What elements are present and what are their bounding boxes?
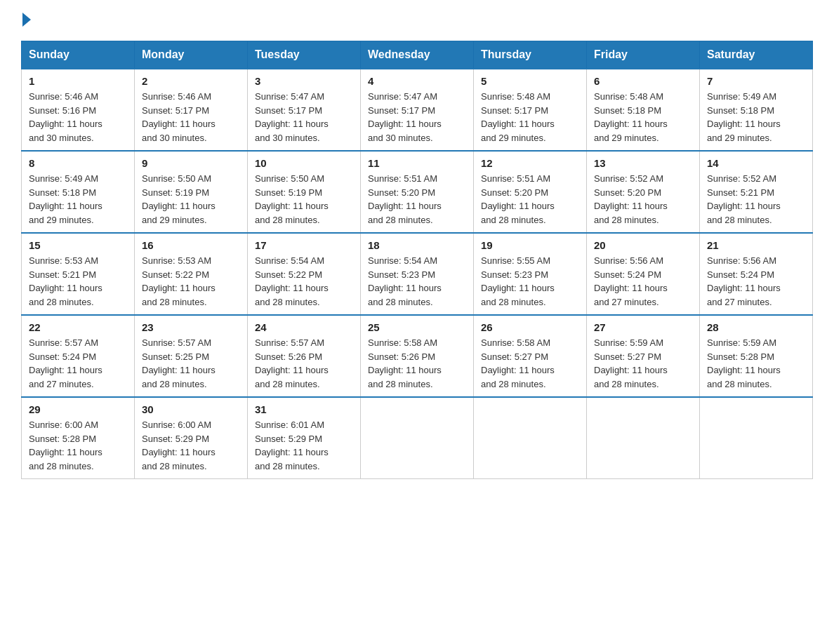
day-info: Sunrise: 6:00 AMSunset: 5:28 PMDaylight:…	[29, 418, 127, 473]
calendar-cell: 17 Sunrise: 5:54 AMSunset: 5:22 PMDaylig…	[248, 233, 361, 315]
day-info: Sunrise: 5:49 AMSunset: 5:18 PMDaylight:…	[707, 90, 805, 145]
calendar-cell: 5 Sunrise: 5:48 AMSunset: 5:17 PMDayligh…	[474, 69, 587, 151]
calendar-cell: 25 Sunrise: 5:58 AMSunset: 5:26 PMDaylig…	[361, 315, 474, 397]
day-info: Sunrise: 5:53 AMSunset: 5:22 PMDaylight:…	[142, 254, 240, 309]
day-number: 23	[142, 321, 240, 333]
day-info: Sunrise: 5:56 AMSunset: 5:24 PMDaylight:…	[594, 254, 692, 309]
day-info: Sunrise: 5:53 AMSunset: 5:21 PMDaylight:…	[29, 254, 127, 309]
day-number: 30	[142, 403, 240, 415]
calendar-cell: 30 Sunrise: 6:00 AMSunset: 5:29 PMDaylig…	[135, 397, 248, 479]
day-info: Sunrise: 5:57 AMSunset: 5:25 PMDaylight:…	[142, 336, 240, 391]
calendar-week-row: 8 Sunrise: 5:49 AMSunset: 5:18 PMDayligh…	[22, 151, 813, 233]
calendar-cell: 12 Sunrise: 5:51 AMSunset: 5:20 PMDaylig…	[474, 151, 587, 233]
calendar-cell: 27 Sunrise: 5:59 AMSunset: 5:27 PMDaylig…	[587, 315, 700, 397]
calendar-cell: 28 Sunrise: 5:59 AMSunset: 5:28 PMDaylig…	[700, 315, 813, 397]
day-info: Sunrise: 5:59 AMSunset: 5:27 PMDaylight:…	[594, 336, 692, 391]
day-number: 26	[481, 321, 579, 333]
calendar-cell: 26 Sunrise: 5:58 AMSunset: 5:27 PMDaylig…	[474, 315, 587, 397]
day-info: Sunrise: 5:54 AMSunset: 5:23 PMDaylight:…	[368, 254, 466, 309]
day-info: Sunrise: 5:57 AMSunset: 5:26 PMDaylight:…	[255, 336, 353, 391]
day-number: 6	[594, 75, 692, 87]
day-number: 10	[255, 157, 353, 169]
day-info: Sunrise: 5:49 AMSunset: 5:18 PMDaylight:…	[29, 172, 127, 227]
day-number: 28	[707, 321, 805, 333]
calendar-cell: 23 Sunrise: 5:57 AMSunset: 5:25 PMDaylig…	[135, 315, 248, 397]
calendar-cell: 9 Sunrise: 5:50 AMSunset: 5:19 PMDayligh…	[135, 151, 248, 233]
day-info: Sunrise: 5:52 AMSunset: 5:20 PMDaylight:…	[594, 172, 692, 227]
weekday-header-saturday: Saturday	[700, 41, 813, 69]
day-number: 9	[142, 157, 240, 169]
calendar-cell: 8 Sunrise: 5:49 AMSunset: 5:18 PMDayligh…	[22, 151, 135, 233]
day-info: Sunrise: 5:56 AMSunset: 5:24 PMDaylight:…	[707, 254, 805, 309]
day-number: 5	[481, 75, 579, 87]
day-info: Sunrise: 6:00 AMSunset: 5:29 PMDaylight:…	[142, 418, 240, 473]
day-number: 27	[594, 321, 692, 333]
calendar-cell	[700, 397, 813, 479]
day-info: Sunrise: 5:59 AMSunset: 5:28 PMDaylight:…	[707, 336, 805, 391]
day-info: Sunrise: 5:57 AMSunset: 5:24 PMDaylight:…	[29, 336, 127, 391]
calendar-cell: 11 Sunrise: 5:51 AMSunset: 5:20 PMDaylig…	[361, 151, 474, 233]
day-number: 16	[142, 239, 240, 251]
day-info: Sunrise: 5:52 AMSunset: 5:21 PMDaylight:…	[707, 172, 805, 227]
calendar-table: SundayMondayTuesdayWednesdayThursdayFrid…	[21, 41, 813, 479]
calendar-cell: 31 Sunrise: 6:01 AMSunset: 5:29 PMDaylig…	[248, 397, 361, 479]
day-info: Sunrise: 5:47 AMSunset: 5:17 PMDaylight:…	[255, 90, 353, 145]
day-number: 15	[29, 239, 127, 251]
day-info: Sunrise: 5:46 AMSunset: 5:16 PMDaylight:…	[29, 90, 127, 145]
calendar-cell: 6 Sunrise: 5:48 AMSunset: 5:18 PMDayligh…	[587, 69, 700, 151]
day-number: 18	[368, 239, 466, 251]
page-header	[21, 14, 813, 27]
calendar-week-row: 15 Sunrise: 5:53 AMSunset: 5:21 PMDaylig…	[22, 233, 813, 315]
day-info: Sunrise: 5:46 AMSunset: 5:17 PMDaylight:…	[142, 90, 240, 145]
day-number: 12	[481, 157, 579, 169]
calendar-cell: 24 Sunrise: 5:57 AMSunset: 5:26 PMDaylig…	[248, 315, 361, 397]
calendar-week-row: 1 Sunrise: 5:46 AMSunset: 5:16 PMDayligh…	[22, 69, 813, 151]
calendar-cell: 2 Sunrise: 5:46 AMSunset: 5:17 PMDayligh…	[135, 69, 248, 151]
day-info: Sunrise: 5:48 AMSunset: 5:18 PMDaylight:…	[594, 90, 692, 145]
weekday-header-thursday: Thursday	[474, 41, 587, 69]
calendar-cell: 20 Sunrise: 5:56 AMSunset: 5:24 PMDaylig…	[587, 233, 700, 315]
day-number: 7	[707, 75, 805, 87]
day-number: 22	[29, 321, 127, 333]
calendar-cell: 21 Sunrise: 5:56 AMSunset: 5:24 PMDaylig…	[700, 233, 813, 315]
calendar-cell: 3 Sunrise: 5:47 AMSunset: 5:17 PMDayligh…	[248, 69, 361, 151]
day-info: Sunrise: 5:50 AMSunset: 5:19 PMDaylight:…	[142, 172, 240, 227]
calendar-header-row: SundayMondayTuesdayWednesdayThursdayFrid…	[22, 41, 813, 69]
day-number: 24	[255, 321, 353, 333]
day-number: 13	[594, 157, 692, 169]
day-number: 14	[707, 157, 805, 169]
day-number: 25	[368, 321, 466, 333]
day-info: Sunrise: 5:55 AMSunset: 5:23 PMDaylight:…	[481, 254, 579, 309]
calendar-cell: 15 Sunrise: 5:53 AMSunset: 5:21 PMDaylig…	[22, 233, 135, 315]
calendar-week-row: 22 Sunrise: 5:57 AMSunset: 5:24 PMDaylig…	[22, 315, 813, 397]
day-info: Sunrise: 5:58 AMSunset: 5:27 PMDaylight:…	[481, 336, 579, 391]
calendar-cell	[474, 397, 587, 479]
calendar-cell: 4 Sunrise: 5:47 AMSunset: 5:17 PMDayligh…	[361, 69, 474, 151]
day-number: 29	[29, 403, 127, 415]
calendar-cell: 1 Sunrise: 5:46 AMSunset: 5:16 PMDayligh…	[22, 69, 135, 151]
weekday-header-monday: Monday	[135, 41, 248, 69]
weekday-header-friday: Friday	[587, 41, 700, 69]
calendar-cell: 13 Sunrise: 5:52 AMSunset: 5:20 PMDaylig…	[587, 151, 700, 233]
calendar-cell: 16 Sunrise: 5:53 AMSunset: 5:22 PMDaylig…	[135, 233, 248, 315]
calendar-cell	[361, 397, 474, 479]
logo-arrow-icon	[22, 13, 31, 27]
calendar-cell: 7 Sunrise: 5:49 AMSunset: 5:18 PMDayligh…	[700, 69, 813, 151]
weekday-header-tuesday: Tuesday	[248, 41, 361, 69]
day-info: Sunrise: 5:47 AMSunset: 5:17 PMDaylight:…	[368, 90, 466, 145]
day-number: 2	[142, 75, 240, 87]
day-number: 20	[594, 239, 692, 251]
day-number: 19	[481, 239, 579, 251]
day-info: Sunrise: 5:54 AMSunset: 5:22 PMDaylight:…	[255, 254, 353, 309]
calendar-cell: 10 Sunrise: 5:50 AMSunset: 5:19 PMDaylig…	[248, 151, 361, 233]
calendar-week-row: 29 Sunrise: 6:00 AMSunset: 5:28 PMDaylig…	[22, 397, 813, 479]
day-number: 3	[255, 75, 353, 87]
day-info: Sunrise: 5:50 AMSunset: 5:19 PMDaylight:…	[255, 172, 353, 227]
day-number: 21	[707, 239, 805, 251]
day-info: Sunrise: 5:51 AMSunset: 5:20 PMDaylight:…	[368, 172, 466, 227]
weekday-header-sunday: Sunday	[22, 41, 135, 69]
day-info: Sunrise: 5:51 AMSunset: 5:20 PMDaylight:…	[481, 172, 579, 227]
day-info: Sunrise: 6:01 AMSunset: 5:29 PMDaylight:…	[255, 418, 353, 473]
calendar-cell: 18 Sunrise: 5:54 AMSunset: 5:23 PMDaylig…	[361, 233, 474, 315]
logo	[21, 14, 31, 27]
